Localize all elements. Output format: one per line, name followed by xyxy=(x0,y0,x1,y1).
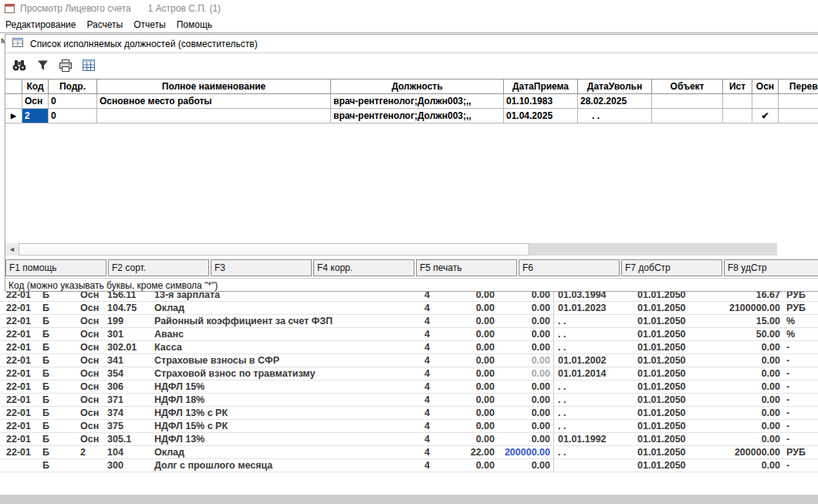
ledger-cell-code: 371 xyxy=(107,394,123,407)
ledger-cell-d1: . . xyxy=(558,446,566,459)
ledger-row[interactable]: 22-01БОсн302.01Касса40.000.00. .01.01.20… xyxy=(0,341,818,354)
position-row-selected[interactable]: ▶ 2 0 врач-рентгенолог;Должн003;,, 01.04… xyxy=(5,109,818,123)
ledger-cell-code: 300 xyxy=(107,459,123,472)
f2-sort-button[interactable]: F2 сорт. xyxy=(108,259,209,276)
column-header-podr[interactable]: Подр. xyxy=(49,79,97,94)
scrollbar-thumb[interactable] xyxy=(19,243,529,255)
ledger-row[interactable]: 22-01БОсн305.1НДФЛ 13%40.000.0001.01.199… xyxy=(0,433,818,446)
column-header-name[interactable]: Полное наименование xyxy=(97,79,331,94)
ledger-row[interactable]: 22-01БОсн104.75Оклад40.000.0001.01.20230… xyxy=(0,302,818,315)
ledger-cell-code: 354 xyxy=(107,367,123,381)
menu-item-edit[interactable]: Редактирование xyxy=(5,19,76,30)
ledger-cell-d1: . . xyxy=(558,315,566,328)
filter-button[interactable] xyxy=(33,57,52,76)
ledger-cell-amount: 0.00 xyxy=(678,459,780,472)
ledger-cell-unit: % xyxy=(786,315,795,328)
ledger-cell-amount: 50.00 xyxy=(678,328,780,341)
find-button[interactable] xyxy=(10,57,29,76)
dialog-title: Список исполняемых должностей (совместит… xyxy=(30,39,258,49)
ledger-cell-v1: 0.00 xyxy=(434,302,495,315)
ledger-cell-period: 22-01 xyxy=(6,315,31,328)
f7-addrow-button[interactable]: F7 добСтр xyxy=(621,259,722,276)
ledger-cell-amount: 2100000.00 xyxy=(678,302,780,315)
cell-podr: 0 xyxy=(49,94,97,109)
ledger-row[interactable]: Б300Долг с прошлого месяца40.000.0001.01… xyxy=(0,459,818,472)
ledger-cell-b: Б xyxy=(42,407,49,420)
ledger-cell-b: Б xyxy=(42,446,49,459)
cell-ist xyxy=(723,109,752,123)
cell-podr: 0 xyxy=(49,109,97,123)
cell-objekt xyxy=(652,94,723,109)
ledger-table: 22-01БОсн156.1113-я зарплата40.000.0001.… xyxy=(0,289,818,472)
ledger-cell-code: 341 xyxy=(107,354,123,367)
column-header-osn[interactable]: Осн xyxy=(752,79,779,94)
ledger-row[interactable]: 22-01БОсн341Страховые взносы в СФР40.000… xyxy=(0,354,818,367)
column-header-fired[interactable]: ДатаУвольн xyxy=(578,79,652,94)
ledger-cell-code: 305.1 xyxy=(107,433,131,446)
print-icon xyxy=(59,59,73,74)
ledger-cell-v2: 0.00 xyxy=(488,328,550,341)
f5-print-button[interactable]: F5 печать xyxy=(416,259,517,276)
position-row[interactable]: Осн 0 Основное место работы врач-рентген… xyxy=(5,94,818,109)
f8-delrow-button[interactable]: F8 удСтр xyxy=(724,259,818,276)
cell-kod: Осн xyxy=(22,94,49,109)
ledger-row[interactable]: 22-01Б2104Оклад422.00200000.00. .01.01.2… xyxy=(0,446,818,459)
ledger-row[interactable]: 22-01БОсн306НДФЛ 15%40.000.00. .01.01.20… xyxy=(0,381,818,394)
ledger-row[interactable]: 22-01БОсн301Аванс40.000.00. .01.01.20505… xyxy=(0,328,818,341)
horizontal-scrollbar[interactable]: ◄ xyxy=(5,243,777,255)
ledger-cell-unit: - xyxy=(786,341,789,354)
menu-item-calculations[interactable]: Расчеты xyxy=(86,19,123,30)
ledger-cell-v1: 0.00 xyxy=(434,433,495,446)
export-button[interactable] xyxy=(79,57,98,76)
menu-item-reports[interactable]: Отчеты xyxy=(134,19,165,30)
ledger-cell-code: 301 xyxy=(107,328,123,341)
ledger-cell-v1: 0.00 xyxy=(434,328,495,341)
ledger-cell-sub: Осн xyxy=(80,420,99,433)
ledger-cell-b: Б xyxy=(42,341,49,354)
cell-post: врач-рентгенолог;Должн003;,, xyxy=(331,94,504,109)
cell-fired: 28.02.2025 xyxy=(578,94,652,109)
ledger-cell-period: 22-01 xyxy=(6,433,31,446)
ledger-cell-v2: 0.00 xyxy=(488,394,550,407)
ledger-cell-period: 22-01 xyxy=(6,341,31,354)
print-button[interactable] xyxy=(56,57,75,76)
menu-item-help[interactable]: Помощь xyxy=(177,19,212,30)
ledger-cell-b: Б xyxy=(42,459,49,472)
ledger-row[interactable]: 22-01БОсн354Страховой взнос по травматиз… xyxy=(0,367,818,381)
column-header-kod[interactable]: Код xyxy=(22,79,49,94)
ledger-cell-n: 4 xyxy=(409,446,430,459)
scroll-left-arrow-icon[interactable]: ◄ xyxy=(5,243,19,255)
ledger-cell-n: 4 xyxy=(409,341,430,354)
ledger-cell-amount: 0.00 xyxy=(678,433,780,446)
column-header-objekt[interactable]: Объект xyxy=(652,79,723,94)
ledger-cell-code: 375 xyxy=(107,420,123,433)
ledger-cell-sub: Осн xyxy=(80,367,99,381)
dialog-toolbar xyxy=(5,54,818,79)
column-header-ist[interactable]: Ист xyxy=(723,79,752,94)
f6-button[interactable]: F6 xyxy=(519,259,620,276)
ledger-cell-v1: 0.00 xyxy=(434,407,495,420)
f3-button[interactable]: F3 xyxy=(211,259,312,276)
ledger-cell-period: 22-01 xyxy=(6,354,31,367)
ledger-row[interactable]: 22-01БОсн375НДФЛ 15% с РК40.000.00. .01.… xyxy=(0,420,818,433)
ledger-cell-name: НДФЛ 15% xyxy=(154,381,204,394)
ledger-cell-period: 22-01 xyxy=(6,367,31,381)
ledger-cell-amount: 0.00 xyxy=(678,420,780,433)
column-header-perevod[interactable]: Перевод xyxy=(779,79,818,94)
ledger-row[interactable]: 22-01БОсн371НДФЛ 18%40.000.00. .01.01.20… xyxy=(0,394,818,407)
dialog-titlebar: Список исполняемых должностей (совместит… xyxy=(5,35,818,53)
ledger-cell-n: 4 xyxy=(409,420,430,433)
f1-help-button[interactable]: F1 помощь xyxy=(5,259,106,276)
ledger-row[interactable]: 22-01БОсн199Районный коэффициент за счет… xyxy=(0,315,818,328)
ledger-cell-v2: 0.00 xyxy=(488,302,550,315)
checkmark-icon: ✔ xyxy=(752,109,779,123)
column-header-hired[interactable]: ДатаПриема xyxy=(504,79,578,94)
cell-post: врач-рентгенолог;Должн003;,, xyxy=(331,109,504,123)
ledger-cell-name: НДФЛ 15% с РК xyxy=(154,420,228,433)
column-header-post[interactable]: Должность xyxy=(331,79,504,94)
ledger-cell-code: 104.75 xyxy=(107,302,137,315)
ledger-row[interactable]: 22-01БОсн374НДФЛ 13% с РК40.000.00. .01.… xyxy=(0,407,818,420)
f4-correct-button[interactable]: F4 корр. xyxy=(313,259,414,276)
ledger-cell-period: 22-01 xyxy=(6,420,31,433)
ledger-cell-unit: РУБ xyxy=(786,302,806,315)
